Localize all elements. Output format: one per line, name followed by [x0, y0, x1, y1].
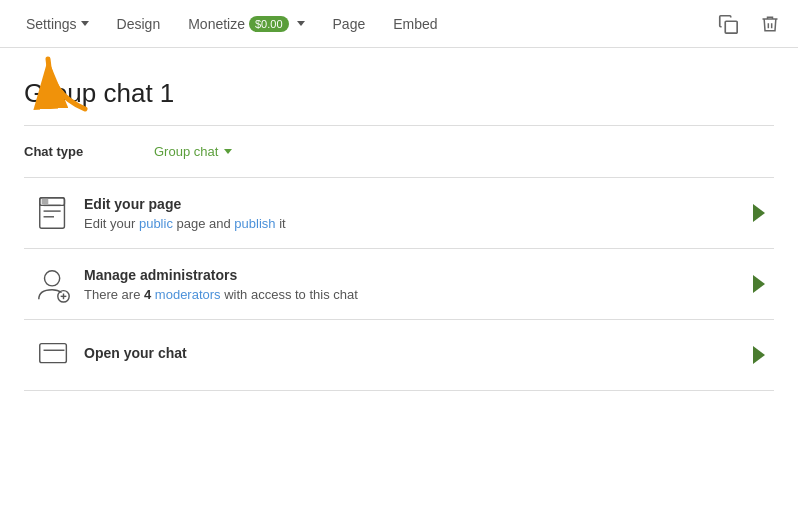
- manage-admins-title: Manage administrators: [84, 267, 744, 283]
- copy-icon: [717, 13, 739, 35]
- moderators-count: 4: [144, 287, 151, 302]
- page-title: Group chat 1: [24, 78, 774, 109]
- edit-page-desc: Edit your public page and publish it: [84, 216, 744, 231]
- manage-admins-item[interactable]: Manage administrators There are 4 modera…: [24, 249, 774, 320]
- settings-caret-icon: [81, 21, 89, 26]
- main-content: Group chat 1 Chat type Group chat Edit y…: [0, 48, 798, 391]
- edit-page-item[interactable]: Edit your page Edit your public page and…: [24, 178, 774, 249]
- open-chat-text: Open your chat: [84, 345, 744, 365]
- open-chat-title: Open your chat: [84, 345, 744, 361]
- svg-rect-14: [40, 344, 67, 363]
- nav-embed-label: Embed: [393, 16, 437, 32]
- open-chat-arrow: [744, 346, 774, 364]
- edit-page-text: Edit your page Edit your public page and…: [84, 196, 744, 231]
- chat-type-label: Chat type: [24, 144, 154, 159]
- svg-point-9: [45, 271, 60, 286]
- nav-monetize[interactable]: Monetize $0.00: [174, 0, 318, 47]
- monetize-badge: $0.00: [249, 16, 289, 32]
- delete-button[interactable]: [754, 8, 786, 40]
- monetize-caret-icon: [297, 21, 305, 26]
- svg-rect-0: [725, 21, 737, 33]
- svg-marker-16: [753, 346, 765, 364]
- edit-page-icon: [24, 194, 84, 232]
- open-chat-item[interactable]: Open your chat: [24, 320, 774, 391]
- edit-page-title: Edit your page: [84, 196, 744, 212]
- chat-type-caret-icon: [224, 149, 232, 154]
- publish-link[interactable]: publish: [234, 216, 275, 231]
- manage-admins-arrow: [744, 275, 774, 293]
- nav-monetize-label: Monetize: [188, 16, 245, 32]
- open-chat-icon: [24, 336, 84, 374]
- public-link[interactable]: public: [139, 216, 173, 231]
- manage-admins-desc: There are 4 moderators with access to th…: [84, 287, 744, 302]
- nav-page[interactable]: Page: [319, 0, 380, 47]
- nav-embed[interactable]: Embed: [379, 0, 451, 47]
- edit-page-arrow: [744, 204, 774, 222]
- nav-settings-label: Settings: [26, 16, 77, 32]
- nav-action-icons: [712, 8, 786, 40]
- nav-design[interactable]: Design: [103, 0, 175, 47]
- trash-icon: [760, 13, 780, 35]
- copy-button[interactable]: [712, 8, 744, 40]
- svg-marker-8: [753, 204, 765, 222]
- svg-marker-13: [753, 275, 765, 293]
- navbar: Settings Design Monetize $0.00 Page Embe…: [0, 0, 798, 48]
- manage-admins-icon: [24, 265, 84, 303]
- nav-page-label: Page: [333, 16, 366, 32]
- chat-type-row: Chat type Group chat: [24, 126, 774, 178]
- svg-rect-7: [42, 199, 49, 205]
- moderators-link[interactable]: moderators: [155, 287, 221, 302]
- chat-type-dropdown[interactable]: Group chat: [154, 144, 232, 159]
- chat-type-value: Group chat: [154, 144, 218, 159]
- manage-admins-text: Manage administrators There are 4 modera…: [84, 267, 744, 302]
- nav-settings[interactable]: Settings: [12, 0, 103, 47]
- nav-design-label: Design: [117, 16, 161, 32]
